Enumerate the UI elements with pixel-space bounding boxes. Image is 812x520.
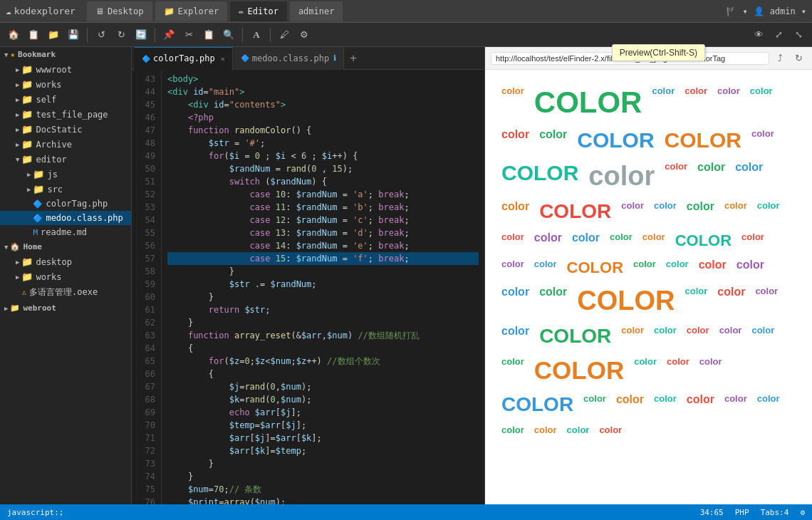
- main-area: ▼ ★ Bookmark ▶ 📁 wwwroot ▶ 📁 works ▶ 📁 s…: [0, 47, 812, 504]
- sidebar-item-js[interactable]: ▶ 📁 js: [0, 167, 131, 182]
- webroot-section[interactable]: ▶ 📁 webroot: [0, 301, 131, 316]
- line-number: 44: [140, 85, 155, 98]
- color-word: COLOR: [501, 393, 573, 416]
- wwwroot-label: wwwroot: [36, 65, 72, 75]
- colortag-tab-label: colorTag.php: [153, 53, 215, 63]
- settings-button[interactable]: ⚙: [295, 26, 313, 44]
- line-number: 62: [140, 316, 155, 329]
- color-word: color: [501, 356, 524, 385]
- color-word: color: [652, 85, 675, 120]
- readme-md-icon: M: [33, 228, 38, 237]
- tab-explorer[interactable]: 📁 Explorer: [155, 1, 228, 21]
- color-word: color: [633, 259, 656, 277]
- preview-content-wrapper: colorCOLORcolorcolorcolorcolorcolorcolor…: [485, 70, 812, 504]
- cut-button[interactable]: ✂: [179, 26, 198, 44]
- code-line: echo $arr[$j];: [167, 406, 479, 419]
- sidebar-item-medoo[interactable]: ▶ 🔷 medoo.class.php: [0, 211, 131, 225]
- font-button[interactable]: A: [247, 26, 266, 44]
- separator4: [270, 28, 271, 42]
- preview-button[interactable]: 👁: [749, 26, 768, 44]
- sidebar-item-desktop[interactable]: ▶ 📁 desktop: [0, 254, 131, 269]
- works-arrow: ▶: [16, 81, 19, 88]
- sidebar-item-works2[interactable]: ▶ 📁 works: [0, 269, 131, 284]
- refresh-button[interactable]: 🔄: [132, 26, 150, 44]
- tab-editor[interactable]: ✏ Editor: [230, 1, 287, 21]
- color-word: color: [654, 200, 677, 223]
- line-number: 61: [140, 303, 155, 316]
- color-word: color: [751, 325, 774, 348]
- code-line: }: [167, 316, 479, 329]
- color-word: COLOR: [534, 356, 624, 385]
- sidebar-item-wwwroot[interactable]: ▶ 📁 wwwroot: [0, 62, 131, 77]
- copy-button[interactable]: 📋: [24, 26, 43, 44]
- find-button[interactable]: 🔍: [219, 26, 238, 44]
- webroot-folder-icon: 📁: [10, 303, 20, 313]
- sidebar-item-langmgr[interactable]: ▶ ⚠ 多语言管理.oexe: [0, 284, 131, 301]
- line-number: 55: [140, 227, 155, 239]
- code-area[interactable]: 4344454647484950515253545556575859606162…: [132, 70, 484, 504]
- paste-button[interactable]: 📋: [199, 26, 218, 44]
- bookmark-star-icon: ★: [10, 50, 15, 59]
- sidebar-item-works[interactable]: ▶ 📁 works: [0, 77, 131, 92]
- self-arrow: ▶: [16, 96, 19, 103]
- medoo-info-icon: ℹ: [333, 53, 336, 63]
- color-word: color: [755, 286, 778, 316]
- save-button[interactable]: 💾: [64, 26, 83, 44]
- new-folder-button[interactable]: 📁: [44, 26, 63, 44]
- status-settings-icon[interactable]: ⚙: [800, 508, 805, 517]
- preview-pane: ⤴ ↻ colorCOLORcolorcolorcolorcolorcolorc…: [484, 47, 812, 504]
- code-line: }: [167, 291, 479, 303]
- medoo-php-icon: 🔷: [33, 214, 43, 223]
- user-icon: 👤: [754, 6, 764, 16]
- sidebar-item-editor[interactable]: ▼ 📁 editor: [0, 152, 131, 167]
- sidebar-item-src[interactable]: ▶ 📁 src: [0, 182, 131, 197]
- colortag-close-button[interactable]: ✕: [221, 55, 225, 63]
- redo-button[interactable]: ↻: [112, 26, 130, 44]
- toolbar-right: 👁 Preview(Ctrl-Shift-S) ⤢ ⤡: [749, 26, 808, 44]
- preview-open-button[interactable]: ⤴: [772, 51, 788, 66]
- color-word: COLOR: [539, 200, 611, 223]
- code-line: $str .= $randNum;: [167, 278, 479, 291]
- sidebar-item-docstatic[interactable]: ▶ 📁 DocStatic: [0, 122, 131, 137]
- editor-tab-medoo[interactable]: 🔷 medoo.class.php ℹ: [234, 47, 344, 70]
- editor-icon: ✏: [239, 6, 244, 16]
- undo-button[interactable]: ↺: [92, 26, 110, 44]
- self-folder-icon: 📁: [21, 94, 33, 105]
- app-logo: ☁ kodexplorer: [6, 6, 76, 16]
- bookmark-section[interactable]: ▼ ★ Bookmark: [0, 47, 131, 62]
- collapse-button[interactable]: ⤡: [789, 26, 808, 44]
- color-word: color: [687, 325, 709, 348]
- bookmark-button[interactable]: 📌: [160, 26, 178, 44]
- line-number: 47: [140, 124, 155, 137]
- editor-arrow: ▼: [16, 156, 19, 163]
- color-word: color: [724, 200, 747, 223]
- tab-desktop[interactable]: 🖥 Desktop: [87, 1, 152, 21]
- pen-button[interactable]: 🖊: [275, 26, 293, 44]
- sidebar-item-readme[interactable]: ▶ M readme.md: [0, 225, 131, 239]
- color-word: color: [534, 232, 562, 250]
- js-arrow: ▶: [27, 171, 31, 178]
- tab-adminer[interactable]: adminer: [290, 1, 343, 21]
- home-button[interactable]: 🏠: [4, 26, 23, 44]
- sidebar-item-archive[interactable]: ▶ 📁 Archive: [0, 137, 131, 152]
- editor-tab-colortag[interactable]: 🔷 colorTag.php ✕: [135, 47, 233, 70]
- home-section[interactable]: ▼ 🏠 Home: [0, 239, 131, 254]
- color-word: color: [699, 259, 727, 277]
- add-tab-button[interactable]: +: [345, 50, 362, 67]
- editor-pane: 🔷 colorTag.php ✕ 🔷 medoo.class.php ℹ + 4…: [132, 47, 484, 504]
- color-word: color: [642, 232, 665, 250]
- preview-refresh-button[interactable]: ↻: [791, 51, 806, 66]
- color-word: color: [654, 325, 677, 348]
- status-bar: javascript:; 34:65 PHP Tabs:4 ⚙: [0, 504, 812, 520]
- sidebar-item-self[interactable]: ▶ 📁 self: [0, 92, 131, 107]
- code-content[interactable]: <body><div id="main"> <div id="contents"…: [162, 70, 484, 504]
- expand-button[interactable]: ⤢: [769, 26, 788, 44]
- sidebar-item-test-file-page[interactable]: ▶ 📁 test_file_page: [0, 107, 131, 122]
- status-js-text: javascript:;: [7, 508, 63, 517]
- status-right: 34:65 PHP Tabs:4 ⚙: [700, 508, 805, 517]
- color-word: color: [717, 85, 740, 120]
- chevron-icon: ▾: [742, 6, 747, 16]
- sidebar-item-colortag[interactable]: ▶ 🔷 colorTag.php: [0, 197, 131, 211]
- line-number: 76: [140, 496, 155, 504]
- color-word: color: [501, 85, 524, 120]
